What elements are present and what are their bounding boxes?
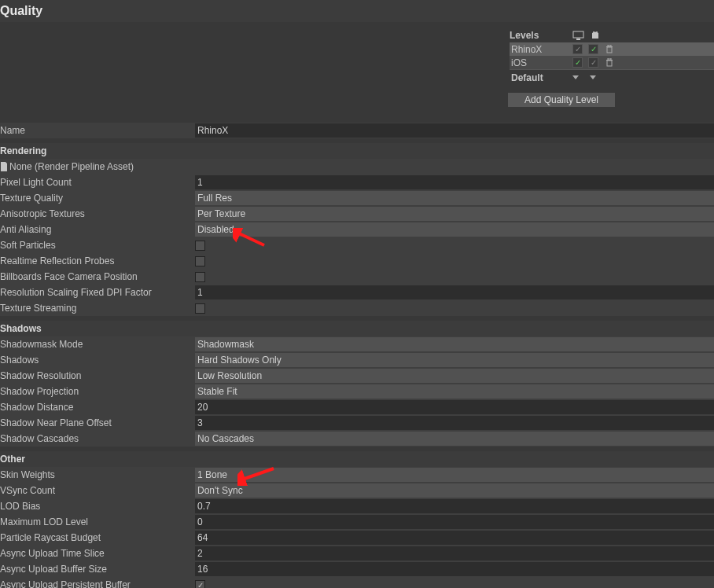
billboards-label: Billboards Face Camera Position [0, 271, 195, 282]
pipeline-row[interactable]: None (Render Pipeline Asset) [0, 159, 714, 175]
add-quality-level-button[interactable]: Add Quality Level [508, 93, 615, 107]
svg-rect-9 [607, 61, 612, 66]
anti-aliasing-label: Anti Aliasing [0, 224, 195, 235]
shadow-projection-label: Shadow Projection [0, 386, 195, 397]
realtime-reflection-checkbox[interactable] [195, 256, 205, 266]
trash-icon[interactable] [604, 44, 615, 55]
trash-icon[interactable] [604, 57, 615, 68]
pixel-light-count-label: Pixel Light Count [0, 177, 195, 188]
resolution-scaling-label: Resolution Scaling Fixed DPI Factor [0, 287, 195, 298]
skin-weights-label: Skin Weights [0, 469, 195, 480]
pixel-light-count-field[interactable]: 1 [195, 175, 714, 189]
texture-quality-label: Texture Quality [0, 193, 195, 204]
lod-bias-field[interactable]: 0.7 [195, 499, 714, 513]
async-buffer-label: Async Upload Buffer Size [0, 564, 195, 575]
async-time-label: Async Upload Time Slice [0, 548, 195, 559]
shadow-resolution-dropdown[interactable]: Low Resolution [195, 369, 714, 383]
shadow-cascades-label: Shadow Cascades [0, 433, 195, 444]
default-row: Default [510, 69, 714, 85]
level-desktop-check[interactable] [572, 44, 583, 54]
shadows-label: Shadows [0, 355, 195, 366]
name-label: Name [0, 125, 195, 136]
realtime-reflection-label: Realtime Reflection Probes [0, 255, 195, 266]
anisotropic-label: Anisotropic Textures [0, 208, 195, 219]
svg-rect-7 [608, 45, 611, 46]
shadowmask-mode-label: Shadowmask Mode [0, 339, 195, 350]
level-mobile-check[interactable] [588, 44, 598, 54]
shadow-distance-label: Shadow Distance [0, 402, 195, 413]
rendering-header: Rendering [0, 143, 714, 159]
soft-particles-label: Soft Particles [0, 240, 195, 251]
shadow-near-plane-field[interactable]: 3 [195, 416, 714, 430]
billboards-checkbox[interactable] [195, 272, 205, 282]
svg-rect-6 [607, 47, 612, 53]
level-mobile-check[interactable] [588, 57, 598, 68]
default-mobile-dropdown[interactable] [590, 75, 596, 79]
level-name: iOS [510, 57, 572, 68]
shadow-distance-field[interactable]: 20 [195, 400, 714, 414]
resolution-scaling-field[interactable]: 1 [195, 285, 714, 300]
default-desktop-dropdown[interactable] [572, 75, 579, 79]
shadow-resolution-label: Shadow Resolution [0, 370, 195, 381]
skin-weights-dropdown[interactable]: 1 Bone [195, 468, 714, 482]
shadow-projection-dropdown[interactable]: Stable Fit [195, 384, 714, 399]
name-field[interactable]: RhinoX [195, 123, 714, 138]
async-persistent-checkbox[interactable] [195, 580, 205, 589]
other-header: Other [0, 451, 714, 467]
svg-rect-10 [608, 58, 611, 60]
texture-quality-dropdown[interactable]: Full Res [195, 191, 714, 205]
svg-rect-1 [576, 39, 580, 40]
shadows-dropdown[interactable]: Hard Shadows Only [195, 353, 714, 367]
document-icon [0, 162, 9, 171]
level-desktop-check[interactable] [572, 57, 583, 68]
particle-raycast-label: Particle Raycast Budget [0, 532, 195, 543]
texture-streaming-checkbox[interactable] [195, 303, 205, 314]
lod-bias-label: LOD Bias [0, 501, 195, 512]
shadow-near-plane-label: Shadow Near Plane Offset [0, 417, 195, 428]
shadows-header: Shadows [0, 321, 714, 336]
desktop-icon [572, 31, 584, 41]
max-lod-label: Maximum LOD Level [0, 516, 195, 527]
default-label: Default [510, 72, 572, 83]
anisotropic-dropdown[interactable]: Per Texture [195, 207, 714, 221]
shadowmask-mode-dropdown[interactable]: Shadowmask [195, 337, 714, 351]
soft-particles-checkbox[interactable] [195, 241, 205, 251]
vsync-label: VSync Count [0, 485, 195, 496]
levels-header-label: Levels [510, 30, 572, 41]
vsync-dropdown[interactable]: Don't Sync [195, 483, 714, 498]
async-buffer-field[interactable]: 16 [195, 562, 714, 576]
page-title: Quality [0, 0, 714, 22]
name-row: Name RhinoX [0, 123, 714, 138]
svg-rect-2 [592, 33, 598, 39]
level-row-rhinox[interactable]: RhinoX [510, 42, 714, 56]
pipeline-value: None (Render Pipeline Asset) [9, 161, 134, 172]
levels-panel: Levels RhinoX iOS Default Add Quality Le… [510, 28, 714, 107]
particle-raycast-field[interactable]: 64 [195, 531, 714, 545]
android-icon [589, 31, 601, 41]
level-row-ios[interactable]: iOS [510, 56, 714, 69]
max-lod-field[interactable]: 0 [195, 515, 714, 529]
anti-aliasing-dropdown[interactable]: Disabled [195, 222, 714, 237]
svg-rect-0 [573, 31, 583, 38]
async-time-field[interactable]: 2 [195, 546, 714, 560]
async-persistent-label: Async Upload Persistent Buffer [0, 579, 195, 588]
shadow-cascades-dropdown[interactable]: No Cascades [195, 432, 714, 446]
texture-streaming-label: Texture Streaming [0, 303, 195, 314]
level-name: RhinoX [510, 44, 572, 55]
